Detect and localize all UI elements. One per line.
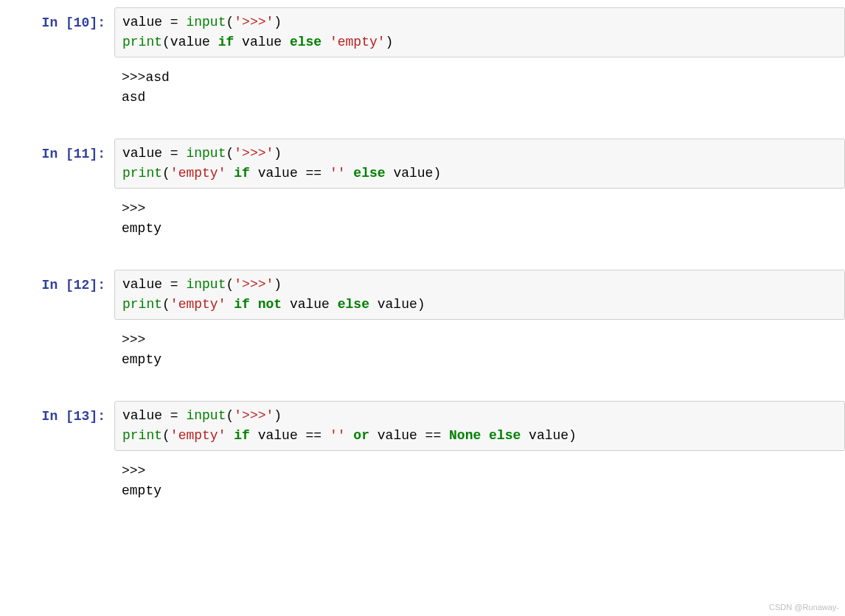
code-token: value: [393, 166, 433, 181]
output-prompt: [0, 326, 114, 332]
code-token: [282, 297, 290, 312]
code-token: value: [258, 428, 298, 443]
code-token: [226, 166, 234, 181]
code-token: ): [274, 146, 282, 161]
code-token: [521, 428, 529, 443]
output-cell: >>> empty: [0, 457, 845, 505]
output-cell: >>> empty: [0, 195, 845, 243]
code-input[interactable]: value = input('>>>') print('empty' if va…: [114, 139, 845, 189]
code-token: print: [122, 428, 162, 443]
code-token: if: [234, 428, 250, 443]
output-cell: >>> empty: [0, 326, 845, 374]
code-token: else: [353, 166, 385, 181]
code-input[interactable]: value = input('>>>') print('empty' if va…: [114, 401, 845, 451]
code-token: '': [330, 428, 346, 443]
code-token: if: [234, 166, 250, 181]
code-token: [441, 428, 449, 443]
cell-spacer: [0, 118, 845, 139]
code-token: [369, 297, 378, 312]
code-token: or: [353, 428, 369, 443]
code-token: ): [417, 297, 425, 312]
code-token: [178, 277, 187, 292]
output-text: >>> empty: [114, 195, 845, 243]
code-token: input: [186, 408, 226, 423]
code-token: '>>>': [234, 146, 274, 161]
input-content: value = input('>>>') print(value if valu…: [114, 7, 845, 57]
code-token: [162, 408, 170, 423]
code-token: [226, 428, 234, 443]
input-content: value = input('>>>') print('empty' if no…: [114, 270, 845, 320]
code-token: (: [162, 35, 170, 49]
input-content: value = input('>>>') print('empty' if va…: [114, 139, 845, 189]
code-token: ): [568, 428, 577, 443]
input-cell: In [11]:value = input('>>>') print('empt…: [0, 139, 845, 189]
code-token: [250, 428, 258, 443]
input-content: value = input('>>>') print('empty' if va…: [114, 401, 845, 451]
code-token: ==: [425, 428, 442, 443]
code-token: [346, 428, 354, 443]
code-token: [162, 146, 170, 161]
code-input[interactable]: value = input('>>>') print(value if valu…: [114, 7, 845, 57]
code-token: (: [162, 166, 170, 181]
code-token: if: [218, 35, 234, 49]
code-token: '>>>': [234, 408, 274, 423]
code-token: input: [186, 146, 226, 161]
code-token: value: [242, 35, 282, 49]
code-token: [346, 166, 354, 181]
code-token: [178, 408, 187, 423]
code-token: value: [122, 146, 162, 161]
code-token: [369, 428, 378, 443]
code-token: value: [290, 297, 330, 312]
code-token: (: [226, 146, 234, 161]
output-text: >>> empty: [114, 326, 845, 374]
code-token: not: [258, 297, 282, 312]
code-token: =: [170, 408, 178, 423]
code-token: print: [122, 35, 162, 49]
code-token: ): [433, 166, 441, 181]
code-token: '': [330, 166, 346, 181]
input-cell: In [12]:value = input('>>>') print('empt…: [0, 270, 845, 320]
output-content: >>> empty: [114, 195, 845, 243]
code-token: [210, 35, 218, 49]
notebook-container: In [10]:value = input('>>>') print(value…: [0, 7, 845, 532]
output-text: >>>asd asd: [114, 63, 845, 112]
code-input[interactable]: value = input('>>>') print('empty' if no…: [114, 270, 845, 320]
cell-spacer: [0, 511, 845, 532]
code-token: =: [170, 277, 178, 292]
output-content: >>>asd asd: [114, 63, 845, 112]
code-token: print: [122, 297, 162, 312]
code-token: [162, 15, 170, 29]
input-prompt: In [13]:: [0, 401, 114, 427]
code-token: [282, 35, 290, 49]
output-prompt: [0, 457, 114, 463]
input-prompt: In [12]:: [0, 270, 114, 295]
code-token: value: [378, 428, 417, 443]
code-token: [234, 35, 242, 49]
code-token: [250, 297, 258, 312]
code-token: (: [226, 408, 234, 423]
code-token: '>>>': [234, 15, 274, 29]
code-token: (: [226, 15, 234, 29]
code-token: [178, 146, 187, 161]
code-token: value: [258, 166, 298, 181]
code-token: [321, 428, 330, 443]
code-token: '>>>': [234, 277, 274, 292]
code-token: if: [234, 297, 250, 312]
code-token: [250, 166, 258, 181]
code-token: [321, 35, 330, 49]
input-prompt: In [11]:: [0, 139, 114, 164]
code-token: else: [290, 35, 321, 49]
code-token: 'empty': [170, 297, 226, 312]
code-token: ==: [306, 166, 322, 181]
cell-spacer: [0, 249, 845, 270]
code-token: [417, 428, 425, 443]
output-prompt: [0, 195, 114, 200]
code-token: 'empty': [170, 166, 226, 181]
code-token: None: [449, 428, 481, 443]
code-token: [178, 15, 187, 29]
cell-spacer: [0, 380, 845, 401]
code-token: value: [122, 408, 162, 423]
code-token: [330, 297, 338, 312]
input-cell: In [10]:value = input('>>>') print(value…: [0, 7, 845, 57]
code-token: [298, 428, 306, 443]
